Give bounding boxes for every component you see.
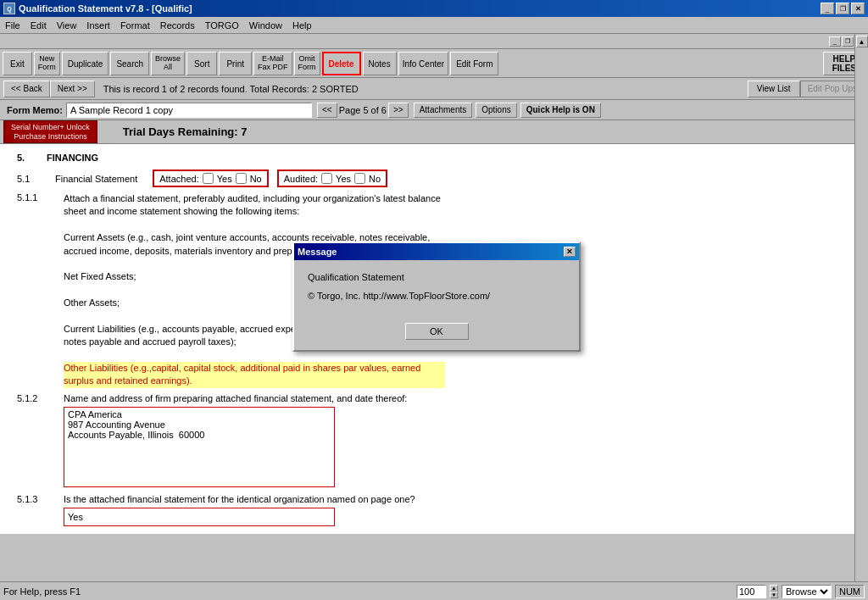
dialog-overlay: Message ✕ Qualification Statement © Torg… bbox=[0, 0, 868, 600]
dialog-body: Qualification Statement © Torgo, Inc. ht… bbox=[294, 260, 579, 319]
dialog-copyright: © Torgo, Inc. http://www.TopFloorStore.c… bbox=[308, 291, 565, 301]
dialog-title: Message bbox=[298, 247, 337, 257]
message-dialog: Message ✕ Qualification Statement © Torg… bbox=[292, 242, 581, 352]
dialog-close-btn[interactable]: ✕ bbox=[564, 247, 576, 257]
ok-button[interactable]: OK bbox=[405, 323, 469, 340]
dialog-title-bar: Message ✕ bbox=[294, 243, 579, 260]
dialog-app-name: Qualification Statement bbox=[308, 272, 565, 282]
dialog-footer: OK bbox=[294, 319, 579, 350]
